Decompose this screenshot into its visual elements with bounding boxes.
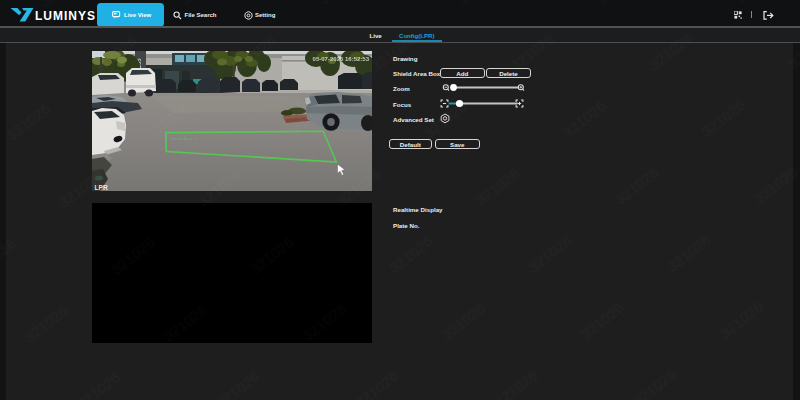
svg-text:Shield Area 1: Shield Area 1 <box>170 136 197 141</box>
svg-text:05-07-2025 16:52:53: 05-07-2025 16:52:53 <box>313 56 370 62</box>
svg-text:LPR: LPR <box>95 184 108 191</box>
